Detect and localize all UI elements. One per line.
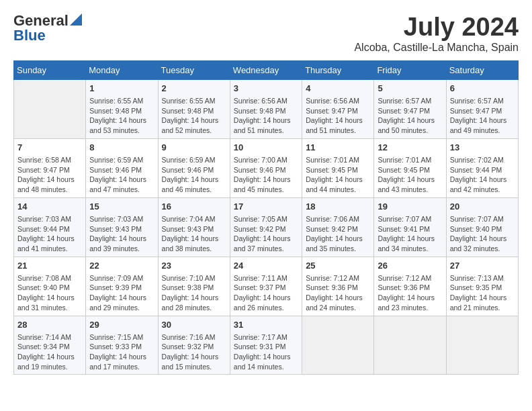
day-number: 13 xyxy=(450,142,515,154)
day-info: Sunrise: 7:12 AMSunset: 9:36 PMDaylight:… xyxy=(378,273,442,313)
header: General Blue July 2024 Alcoba, Castille-… xyxy=(13,13,519,54)
calendar-cell: 6Sunrise: 6:57 AMSunset: 9:47 PMDaylight… xyxy=(446,79,518,138)
day-number: 15 xyxy=(89,201,154,213)
logo-triangle-icon xyxy=(70,13,82,26)
day-info: Sunrise: 7:03 AMSunset: 9:43 PMDaylight:… xyxy=(89,214,154,254)
day-info: Sunrise: 7:10 AMSunset: 9:38 PMDaylight:… xyxy=(162,273,226,313)
calendar-cell: 8Sunrise: 6:59 AMSunset: 9:46 PMDaylight… xyxy=(86,138,158,197)
day-info: Sunrise: 6:57 AMSunset: 9:47 PMDaylight:… xyxy=(450,96,515,136)
day-info: Sunrise: 7:06 AMSunset: 9:42 PMDaylight:… xyxy=(306,214,370,254)
day-info: Sunrise: 7:04 AMSunset: 9:43 PMDaylight:… xyxy=(162,214,226,254)
day-info: Sunrise: 7:03 AMSunset: 9:44 PMDaylight:… xyxy=(17,214,82,254)
day-number: 30 xyxy=(162,319,226,331)
calendar-cell: 4Sunrise: 6:56 AMSunset: 9:47 PMDaylight… xyxy=(302,79,374,138)
day-number: 12 xyxy=(378,142,442,154)
calendar-cell xyxy=(14,79,86,138)
title-section: July 2024 Alcoba, Castille-La Mancha, Sp… xyxy=(354,13,519,54)
calendar-cell: 27Sunrise: 7:13 AMSunset: 9:35 PMDayligh… xyxy=(446,257,518,316)
calendar-cell: 2Sunrise: 6:55 AMSunset: 9:48 PMDaylight… xyxy=(158,79,230,138)
day-info: Sunrise: 7:01 AMSunset: 9:45 PMDaylight:… xyxy=(378,155,442,195)
day-info: Sunrise: 7:07 AMSunset: 9:41 PMDaylight:… xyxy=(378,214,442,254)
calendar-cell: 29Sunrise: 7:15 AMSunset: 9:33 PMDayligh… xyxy=(86,316,158,375)
calendar-cell: 21Sunrise: 7:08 AMSunset: 9:40 PMDayligh… xyxy=(14,257,86,316)
day-number: 27 xyxy=(450,260,515,272)
calendar-cell: 30Sunrise: 7:16 AMSunset: 9:32 PMDayligh… xyxy=(158,316,230,375)
day-number: 14 xyxy=(17,201,82,213)
day-info: Sunrise: 7:09 AMSunset: 9:39 PMDaylight:… xyxy=(89,273,154,313)
day-number: 4 xyxy=(306,83,370,95)
calendar-week-row: 28Sunrise: 7:14 AMSunset: 9:34 PMDayligh… xyxy=(14,316,519,375)
calendar-cell: 13Sunrise: 7:02 AMSunset: 9:44 PMDayligh… xyxy=(446,138,518,197)
day-info: Sunrise: 7:00 AMSunset: 9:46 PMDaylight:… xyxy=(234,155,298,195)
calendar-cell: 14Sunrise: 7:03 AMSunset: 9:44 PMDayligh… xyxy=(14,197,86,257)
day-number: 26 xyxy=(378,260,442,272)
calendar-cell: 19Sunrise: 7:07 AMSunset: 9:41 PMDayligh… xyxy=(374,197,446,257)
day-info: Sunrise: 7:16 AMSunset: 9:32 PMDaylight:… xyxy=(162,332,226,372)
calendar-title: July 2024 xyxy=(354,13,519,42)
calendar-table: SundayMondayTuesdayWednesdayThursdayFrid… xyxy=(13,60,519,375)
day-number: 10 xyxy=(234,142,298,154)
day-number: 31 xyxy=(234,319,298,331)
day-info: Sunrise: 6:57 AMSunset: 9:47 PMDaylight:… xyxy=(378,96,442,136)
day-number: 8 xyxy=(89,142,154,154)
calendar-cell: 15Sunrise: 7:03 AMSunset: 9:43 PMDayligh… xyxy=(86,197,158,257)
day-number: 5 xyxy=(378,83,442,95)
day-number: 19 xyxy=(378,201,442,213)
calendar-cell: 20Sunrise: 7:07 AMSunset: 9:40 PMDayligh… xyxy=(446,197,518,257)
day-info: Sunrise: 6:59 AMSunset: 9:46 PMDaylight:… xyxy=(162,155,226,195)
calendar-cell: 28Sunrise: 7:14 AMSunset: 9:34 PMDayligh… xyxy=(14,316,86,375)
calendar-cell: 3Sunrise: 6:56 AMSunset: 9:48 PMDaylight… xyxy=(230,79,302,138)
calendar-week-row: 1Sunrise: 6:55 AMSunset: 9:48 PMDaylight… xyxy=(14,79,519,138)
logo-general: General xyxy=(13,13,69,28)
day-info: Sunrise: 6:56 AMSunset: 9:48 PMDaylight:… xyxy=(234,96,298,136)
calendar-cell: 31Sunrise: 7:17 AMSunset: 9:31 PMDayligh… xyxy=(230,316,302,375)
day-info: Sunrise: 7:01 AMSunset: 9:45 PMDaylight:… xyxy=(306,155,370,195)
calendar-header: SundayMondayTuesdayWednesdayThursdayFrid… xyxy=(14,60,519,79)
calendar-cell: 1Sunrise: 6:55 AMSunset: 9:48 PMDaylight… xyxy=(86,79,158,138)
day-number: 17 xyxy=(234,201,298,213)
day-info: Sunrise: 6:55 AMSunset: 9:48 PMDaylight:… xyxy=(89,96,154,136)
calendar-cell xyxy=(374,316,446,375)
weekday-row: SundayMondayTuesdayWednesdayThursdayFrid… xyxy=(14,60,519,79)
day-number: 2 xyxy=(162,83,226,95)
logo: General Blue xyxy=(13,13,82,43)
calendar-cell xyxy=(446,316,518,375)
day-number: 11 xyxy=(306,142,370,154)
day-info: Sunrise: 6:55 AMSunset: 9:48 PMDaylight:… xyxy=(162,96,226,136)
day-number: 23 xyxy=(162,260,226,272)
calendar-cell: 26Sunrise: 7:12 AMSunset: 9:36 PMDayligh… xyxy=(374,257,446,316)
weekday-header-thursday: Thursday xyxy=(302,60,374,79)
calendar-cell: 25Sunrise: 7:12 AMSunset: 9:36 PMDayligh… xyxy=(302,257,374,316)
weekday-header-sunday: Sunday xyxy=(14,60,86,79)
weekday-header-friday: Friday xyxy=(374,60,446,79)
calendar-week-row: 7Sunrise: 6:58 AMSunset: 9:47 PMDaylight… xyxy=(14,138,519,197)
calendar-body: 1Sunrise: 6:55 AMSunset: 9:48 PMDaylight… xyxy=(14,79,519,375)
weekday-header-wednesday: Wednesday xyxy=(230,60,302,79)
day-number: 18 xyxy=(306,201,370,213)
calendar-cell xyxy=(302,316,374,375)
calendar-cell: 17Sunrise: 7:05 AMSunset: 9:42 PMDayligh… xyxy=(230,197,302,257)
day-number: 6 xyxy=(450,83,515,95)
day-info: Sunrise: 6:58 AMSunset: 9:47 PMDaylight:… xyxy=(17,155,82,195)
day-number: 20 xyxy=(450,201,515,213)
calendar-cell: 7Sunrise: 6:58 AMSunset: 9:47 PMDaylight… xyxy=(14,138,86,197)
day-info: Sunrise: 6:56 AMSunset: 9:47 PMDaylight:… xyxy=(306,96,370,136)
calendar-cell: 24Sunrise: 7:11 AMSunset: 9:37 PMDayligh… xyxy=(230,257,302,316)
day-number: 1 xyxy=(89,83,154,95)
day-info: Sunrise: 7:15 AMSunset: 9:33 PMDaylight:… xyxy=(89,332,154,372)
calendar-cell: 9Sunrise: 6:59 AMSunset: 9:46 PMDaylight… xyxy=(158,138,230,197)
calendar-cell: 10Sunrise: 7:00 AMSunset: 9:46 PMDayligh… xyxy=(230,138,302,197)
day-number: 16 xyxy=(162,201,226,213)
day-info: Sunrise: 7:14 AMSunset: 9:34 PMDaylight:… xyxy=(17,332,82,372)
calendar-subtitle: Alcoba, Castille-La Mancha, Spain xyxy=(354,42,519,54)
day-info: Sunrise: 7:07 AMSunset: 9:40 PMDaylight:… xyxy=(450,214,515,254)
day-info: Sunrise: 7:08 AMSunset: 9:40 PMDaylight:… xyxy=(17,273,82,313)
weekday-header-monday: Monday xyxy=(86,60,158,79)
calendar-week-row: 14Sunrise: 7:03 AMSunset: 9:44 PMDayligh… xyxy=(14,197,519,257)
day-info: Sunrise: 7:12 AMSunset: 9:36 PMDaylight:… xyxy=(306,273,370,313)
day-info: Sunrise: 7:11 AMSunset: 9:37 PMDaylight:… xyxy=(234,273,298,313)
day-number: 25 xyxy=(306,260,370,272)
calendar-week-row: 21Sunrise: 7:08 AMSunset: 9:40 PMDayligh… xyxy=(14,257,519,316)
day-number: 29 xyxy=(89,319,154,331)
calendar-cell: 22Sunrise: 7:09 AMSunset: 9:39 PMDayligh… xyxy=(86,257,158,316)
